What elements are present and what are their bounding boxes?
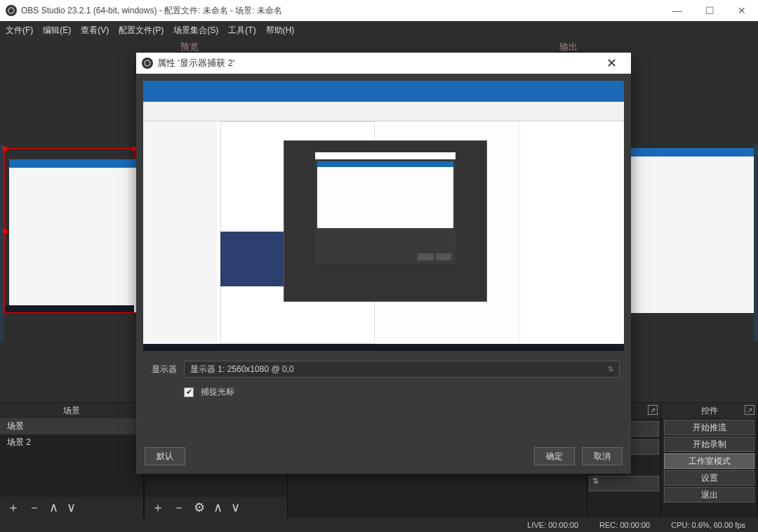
menu-bar: 文件(F) 编辑(E) 查看(V) 配置文件(P) 场景集合(S) 工具(T) … [0,21,758,39]
studio-mode-button[interactable]: 工作室模式 [664,453,754,469]
menu-edit[interactable]: 编辑(E) [43,25,71,36]
menu-file[interactable]: 文件(F) [6,25,33,36]
status-live: LIVE: 00:00:00 [527,521,578,529]
move-scene-down-button[interactable]: ∨ [67,500,76,515]
ok-button[interactable]: 确定 [534,447,575,465]
scenes-list[interactable]: 场景 场景 2 [0,418,143,497]
display-select-value: 显示器 1: 2560x1080 @ 0,0 [190,364,294,375]
remove-source-button[interactable]: － [173,499,185,516]
scenes-dock: 场景 场景 场景 2 ＋ － ∧ ∨ [0,403,144,518]
exit-button[interactable]: 退出 [664,487,754,503]
add-scene-button[interactable]: ＋ [7,499,20,516]
dock-popout-icon[interactable]: ↗ [745,405,754,415]
dialog-title: 属性 '显示器捕获 2' [157,57,597,69]
dialog-close-button[interactable]: ✕ [597,55,625,71]
preview-ribbon [143,102,624,121]
menu-scene-collection[interactable]: 场景集合(S) [173,25,218,36]
preview-content [9,159,141,312]
status-bar: LIVE: 00:00:00 REC: 00:00:00 CPU: 0.6%, … [0,518,758,532]
window-title: OBS Studio 23.2.1 (64-bit, windows) - 配置… [21,5,752,17]
output-label: 输出 [559,41,578,53]
dock-popout-icon[interactable]: ↗ [648,405,658,415]
app-icon [6,5,17,16]
scenes-header: 场景 [0,403,143,418]
preview-taskbar [5,305,134,312]
menu-profile[interactable]: 配置文件(P) [119,25,164,36]
start-recording-button[interactable]: 开始录制 [664,437,754,452]
controls-dock: 控件 ↗ 开始推流 开始录制 工作室模式 设置 退出 [661,403,758,518]
source-properties-button[interactable]: ⚙ [194,500,205,515]
preview-bluebox [220,232,284,286]
side-artifact [754,145,758,341]
controls-body: 开始推流 开始录制 工作室模式 设置 退出 [661,418,757,518]
preview-inner-window [315,152,456,265]
move-source-up-button[interactable]: ∧ [213,500,222,515]
dialog-form: 显示器 显示器 1: 2560x1080 @ 0,0 ⇅ ✔ 捕捉光标 [136,351,631,401]
capture-cursor-label[interactable]: 捕捉光标 [201,386,234,398]
status-cpu: CPU: 0.6%, 60.00 fps [671,521,745,529]
capture-cursor-checkbox[interactable]: ✔ [184,387,194,397]
start-streaming-button[interactable]: 开始推流 [664,420,754,435]
preview-label: 预览 [180,41,199,53]
controls-title: 控件 [701,405,718,417]
move-scene-up-button[interactable]: ∧ [49,500,58,515]
app-icon [142,58,153,69]
controls-header: 控件 ↗ [661,403,757,418]
preview-content [623,148,754,313]
scenes-toolbar: ＋ － ∧ ∨ [0,497,143,518]
close-button[interactable]: ✕ [726,0,758,21]
studio-preview[interactable] [623,148,754,313]
sources-toolbar: ＋ － ⚙ ∧ ∨ [145,497,287,518]
selection-handle[interactable] [3,229,7,233]
remove-scene-button[interactable]: － [28,499,41,516]
selection-handle[interactable] [3,147,7,151]
settings-button[interactable]: 设置 [664,470,754,486]
dialog-buttons: 默认 确定 取消 [136,443,631,474]
dialog-preview [143,81,624,351]
maximize-button[interactable]: ☐ [693,0,726,21]
properties-dialog: 属性 '显示器捕获 2' ✕ 显示器 显示器 1: 2560x1080 @ 0,… [136,53,631,474]
scene-item[interactable]: 场景 [0,418,143,434]
dialog-titlebar[interactable]: 属性 '显示器捕获 2' ✕ [136,53,631,74]
minimize-button[interactable]: — [661,0,693,21]
program-preview[interactable] [4,148,135,313]
menu-tools[interactable]: 工具(T) [228,25,255,36]
preview-leftpane [143,121,217,344]
scenes-title: 场景 [63,405,80,417]
add-source-button[interactable]: ＋ [152,499,164,516]
status-rec: REC: 00:00:00 [599,521,650,529]
transition-extra[interactable]: ⇅ [589,476,659,491]
preview-output-labels: 预览 输出 [0,39,758,53]
defaults-button[interactable]: 默认 [145,447,185,465]
move-source-down-button[interactable]: ∨ [231,500,240,515]
menu-help[interactable]: 帮助(H) [266,25,295,36]
window-titlebar: OBS Studio 23.2.1 (64-bit, windows) - 配置… [0,0,758,21]
preview-rightcol [519,121,621,344]
menu-view[interactable]: 查看(V) [81,25,109,36]
display-label: 显示器 [147,364,177,375]
cancel-button[interactable]: 取消 [582,447,623,465]
select-arrows-icon: ⇅ [608,366,613,373]
display-select[interactable]: 显示器 1: 2560x1080 @ 0,0 ⇅ [184,361,620,378]
scene-item[interactable]: 场景 2 [0,434,143,451]
